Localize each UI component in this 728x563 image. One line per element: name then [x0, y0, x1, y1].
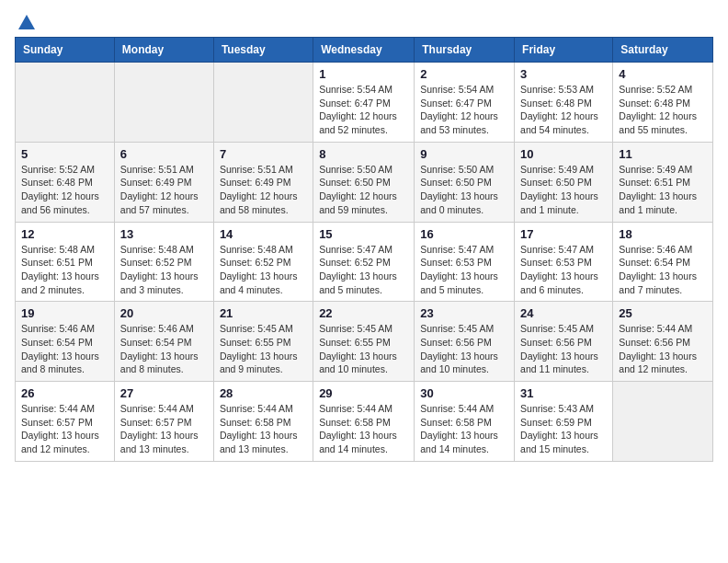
calendar-cell: 1Sunrise: 5:54 AM Sunset: 6:47 PM Daylig…: [313, 63, 415, 143]
day-info: Sunrise: 5:54 AM Sunset: 6:47 PM Dayligh…: [420, 83, 508, 137]
calendar-week-1: 1Sunrise: 5:54 AM Sunset: 6:47 PM Daylig…: [16, 63, 713, 143]
calendar-header-row: SundayMondayTuesdayWednesdayThursdayFrid…: [16, 38, 713, 63]
logo-icon: [17, 13, 37, 33]
calendar-cell: 26Sunrise: 5:44 AM Sunset: 6:57 PM Dayli…: [16, 382, 115, 462]
calendar-cell: 21Sunrise: 5:45 AM Sunset: 6:55 PM Dayli…: [213, 302, 313, 382]
calendar-cell: 29Sunrise: 5:44 AM Sunset: 6:58 PM Dayli…: [313, 382, 415, 462]
day-info: Sunrise: 5:46 AM Sunset: 6:54 PM Dayligh…: [21, 322, 108, 376]
day-number: 4: [619, 67, 707, 81]
day-header-friday: Friday: [515, 38, 613, 63]
calendar-cell: 10Sunrise: 5:49 AM Sunset: 6:50 PM Dayli…: [515, 142, 613, 222]
calendar-cell: [213, 63, 313, 143]
day-info: Sunrise: 5:45 AM Sunset: 6:56 PM Dayligh…: [420, 322, 508, 376]
day-info: Sunrise: 5:43 AM Sunset: 6:59 PM Dayligh…: [520, 402, 607, 456]
day-info: Sunrise: 5:54 AM Sunset: 6:47 PM Dayligh…: [319, 83, 408, 137]
day-header-sunday: Sunday: [16, 38, 115, 63]
day-number: 13: [120, 227, 208, 241]
calendar-cell: [16, 63, 115, 143]
day-info: Sunrise: 5:47 AM Sunset: 6:53 PM Dayligh…: [520, 243, 607, 297]
day-number: 16: [420, 227, 508, 241]
calendar-week-5: 26Sunrise: 5:44 AM Sunset: 6:57 PM Dayli…: [16, 382, 713, 462]
calendar-cell: 3Sunrise: 5:53 AM Sunset: 6:48 PM Daylig…: [515, 63, 613, 143]
day-number: 3: [520, 67, 607, 81]
day-number: 28: [220, 386, 307, 400]
calendar-cell: 18Sunrise: 5:46 AM Sunset: 6:54 PM Dayli…: [613, 222, 713, 302]
day-header-thursday: Thursday: [415, 38, 515, 63]
day-info: Sunrise: 5:45 AM Sunset: 6:55 PM Dayligh…: [220, 322, 307, 376]
day-number: 12: [21, 227, 108, 241]
calendar-cell: 11Sunrise: 5:49 AM Sunset: 6:51 PM Dayli…: [613, 142, 713, 222]
day-info: Sunrise: 5:50 AM Sunset: 6:50 PM Dayligh…: [319, 163, 408, 217]
day-header-saturday: Saturday: [613, 38, 713, 63]
day-info: Sunrise: 5:49 AM Sunset: 6:50 PM Dayligh…: [520, 163, 607, 217]
day-number: 2: [420, 67, 508, 81]
calendar-cell: 23Sunrise: 5:45 AM Sunset: 6:56 PM Dayli…: [415, 302, 515, 382]
day-info: Sunrise: 5:51 AM Sunset: 6:49 PM Dayligh…: [220, 163, 307, 217]
day-info: Sunrise: 5:52 AM Sunset: 6:48 PM Dayligh…: [21, 163, 108, 217]
day-info: Sunrise: 5:51 AM Sunset: 6:49 PM Dayligh…: [120, 163, 208, 217]
day-number: 24: [520, 306, 607, 320]
day-info: Sunrise: 5:50 AM Sunset: 6:50 PM Dayligh…: [420, 163, 508, 217]
day-number: 26: [21, 386, 108, 400]
day-header-monday: Monday: [114, 38, 213, 63]
calendar-cell: 19Sunrise: 5:46 AM Sunset: 6:54 PM Dayli…: [16, 302, 115, 382]
calendar-cell: 27Sunrise: 5:44 AM Sunset: 6:57 PM Dayli…: [114, 382, 213, 462]
calendar-cell: 12Sunrise: 5:48 AM Sunset: 6:51 PM Dayli…: [16, 222, 115, 302]
day-info: Sunrise: 5:47 AM Sunset: 6:52 PM Dayligh…: [319, 243, 408, 297]
day-number: 7: [220, 147, 307, 161]
day-number: 15: [319, 227, 408, 241]
calendar-week-2: 5Sunrise: 5:52 AM Sunset: 6:48 PM Daylig…: [16, 142, 713, 222]
calendar-cell: 13Sunrise: 5:48 AM Sunset: 6:52 PM Dayli…: [114, 222, 213, 302]
calendar-cell: 16Sunrise: 5:47 AM Sunset: 6:53 PM Dayli…: [415, 222, 515, 302]
day-number: 5: [21, 147, 108, 161]
calendar-cell: 7Sunrise: 5:51 AM Sunset: 6:49 PM Daylig…: [213, 142, 313, 222]
day-info: Sunrise: 5:44 AM Sunset: 6:56 PM Dayligh…: [619, 322, 707, 376]
day-info: Sunrise: 5:46 AM Sunset: 6:54 PM Dayligh…: [619, 243, 707, 297]
day-info: Sunrise: 5:45 AM Sunset: 6:56 PM Dayligh…: [520, 322, 607, 376]
calendar-cell: [114, 63, 213, 143]
day-number: 27: [120, 386, 208, 400]
day-number: 1: [319, 67, 408, 81]
day-number: 22: [319, 306, 408, 320]
day-header-wednesday: Wednesday: [313, 38, 415, 63]
calendar-cell: 4Sunrise: 5:52 AM Sunset: 6:48 PM Daylig…: [613, 63, 713, 143]
day-info: Sunrise: 5:53 AM Sunset: 6:48 PM Dayligh…: [520, 83, 607, 137]
day-info: Sunrise: 5:46 AM Sunset: 6:54 PM Dayligh…: [120, 322, 208, 376]
day-info: Sunrise: 5:48 AM Sunset: 6:51 PM Dayligh…: [21, 243, 108, 297]
day-info: Sunrise: 5:49 AM Sunset: 6:51 PM Dayligh…: [619, 163, 707, 217]
calendar-cell: 9Sunrise: 5:50 AM Sunset: 6:50 PM Daylig…: [415, 142, 515, 222]
day-header-tuesday: Tuesday: [213, 38, 313, 63]
calendar-cell: 31Sunrise: 5:43 AM Sunset: 6:59 PM Dayli…: [515, 382, 613, 462]
calendar-cell: 28Sunrise: 5:44 AM Sunset: 6:58 PM Dayli…: [213, 382, 313, 462]
calendar-cell: 8Sunrise: 5:50 AM Sunset: 6:50 PM Daylig…: [313, 142, 415, 222]
day-info: Sunrise: 5:44 AM Sunset: 6:58 PM Dayligh…: [319, 402, 408, 456]
calendar-cell: 2Sunrise: 5:54 AM Sunset: 6:47 PM Daylig…: [415, 63, 515, 143]
day-number: 23: [420, 306, 508, 320]
day-info: Sunrise: 5:44 AM Sunset: 6:58 PM Dayligh…: [420, 402, 508, 456]
day-number: 14: [220, 227, 307, 241]
day-number: 31: [520, 386, 607, 400]
day-number: 29: [319, 386, 408, 400]
calendar-cell: 15Sunrise: 5:47 AM Sunset: 6:52 PM Dayli…: [313, 222, 415, 302]
day-info: Sunrise: 5:48 AM Sunset: 6:52 PM Dayligh…: [120, 243, 208, 297]
calendar-cell: 14Sunrise: 5:48 AM Sunset: 6:52 PM Dayli…: [213, 222, 313, 302]
day-number: 21: [220, 306, 307, 320]
day-info: Sunrise: 5:44 AM Sunset: 6:58 PM Dayligh…: [220, 402, 307, 456]
day-number: 18: [619, 227, 707, 241]
day-info: Sunrise: 5:44 AM Sunset: 6:57 PM Dayligh…: [21, 402, 108, 456]
day-info: Sunrise: 5:45 AM Sunset: 6:55 PM Dayligh…: [319, 322, 408, 376]
svg-marker-0: [18, 15, 35, 29]
calendar-cell: 24Sunrise: 5:45 AM Sunset: 6:56 PM Dayli…: [515, 302, 613, 382]
day-info: Sunrise: 5:52 AM Sunset: 6:48 PM Dayligh…: [619, 83, 707, 137]
day-number: 6: [120, 147, 208, 161]
day-number: 25: [619, 306, 707, 320]
logo: [15, 15, 37, 29]
day-number: 9: [420, 147, 508, 161]
day-info: Sunrise: 5:48 AM Sunset: 6:52 PM Dayligh…: [220, 243, 307, 297]
calendar-week-4: 19Sunrise: 5:46 AM Sunset: 6:54 PM Dayli…: [16, 302, 713, 382]
day-number: 10: [520, 147, 607, 161]
calendar-cell: 22Sunrise: 5:45 AM Sunset: 6:55 PM Dayli…: [313, 302, 415, 382]
calendar-table: SundayMondayTuesdayWednesdayThursdayFrid…: [15, 37, 713, 462]
calendar-cell: [613, 382, 713, 462]
calendar-cell: 17Sunrise: 5:47 AM Sunset: 6:53 PM Dayli…: [515, 222, 613, 302]
